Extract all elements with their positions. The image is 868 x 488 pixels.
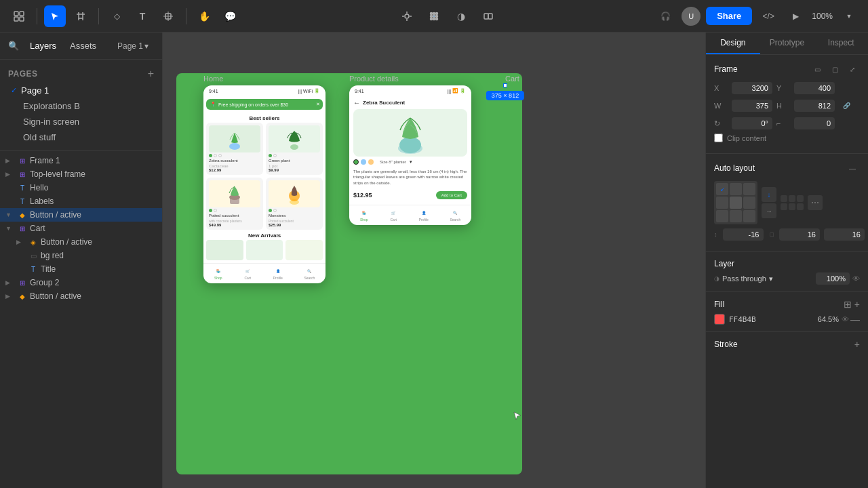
align-mc[interactable] bbox=[730, 197, 742, 209]
align-bc[interactable] bbox=[730, 210, 742, 222]
layer-button-active[interactable]: ▼ ◆ Button / active bbox=[0, 208, 162, 222]
page-item-explorations[interactable]: Explorations B bbox=[0, 98, 162, 114]
layer-bg-red[interactable]: ▭ bg red bbox=[11, 249, 162, 262]
lock-aspect-icon[interactable]: 🔗 bbox=[839, 98, 854, 113]
nav-shop[interactable]: 🏪 Shop bbox=[360, 209, 368, 222]
back-arrow-icon[interactable]: ← bbox=[353, 99, 360, 106]
corner-input[interactable] bbox=[794, 117, 835, 129]
fill-remove-icon[interactable]: — bbox=[850, 314, 860, 325]
rotation-input[interactable] bbox=[732, 117, 772, 129]
product-card-zebra[interactable]: Zebra succulent Cactaceae $12.99 bbox=[206, 123, 263, 175]
visibility-icon[interactable]: 👁 bbox=[852, 274, 860, 283]
layer-cart[interactable]: ▼ ⊞ Cart bbox=[0, 222, 162, 235]
align-br[interactable] bbox=[743, 210, 755, 222]
shape-tool-button[interactable]: ◇ bbox=[106, 5, 127, 27]
contrast-icon[interactable]: ◑ bbox=[450, 5, 472, 27]
nav-search[interactable]: 🔍 Search bbox=[304, 267, 315, 280]
color-orange[interactable] bbox=[368, 159, 374, 165]
wrap-3[interactable] bbox=[797, 195, 804, 202]
hand-tool-button[interactable]: ✋ bbox=[193, 5, 215, 27]
product-card-monstera[interactable]: Monstera Potted succulent $25.99 bbox=[266, 178, 323, 230]
mic-icon[interactable]: 🎧 bbox=[654, 5, 676, 27]
component-tool-button[interactable] bbox=[157, 5, 179, 27]
prototype-tab[interactable]: Prototype bbox=[760, 33, 814, 54]
align-ml[interactable] bbox=[716, 197, 728, 209]
blend-mode-selector[interactable]: ◑ Pass through ▾ bbox=[714, 274, 773, 283]
y-input[interactable] bbox=[794, 82, 835, 94]
product-card-potted[interactable]: Potted succulent with concrete planters … bbox=[206, 178, 263, 230]
h-input[interactable] bbox=[794, 100, 835, 112]
wrap-1[interactable] bbox=[781, 195, 787, 202]
nav-profile[interactable]: 👤 Profile bbox=[273, 267, 283, 280]
cursor-tool-button[interactable] bbox=[44, 5, 66, 27]
product-frame[interactable]: 9:41 ||| 📶 🔋 ← Zebra Succulent bbox=[349, 85, 471, 225]
x-input[interactable] bbox=[732, 82, 772, 94]
frame-icon-rect[interactable]: ▭ bbox=[810, 62, 825, 77]
gap-input[interactable] bbox=[723, 228, 764, 241]
layer-frame1[interactable]: ▶ ⊞ Frame 1 bbox=[0, 154, 162, 167]
page-item-page1[interactable]: ✓ Page 1 bbox=[0, 83, 162, 98]
search-icon[interactable]: 🔍 bbox=[8, 41, 19, 52]
inspect-tab[interactable]: Inspect bbox=[814, 33, 868, 54]
text-tool-button[interactable]: T bbox=[132, 5, 153, 27]
layer-title[interactable]: T Title bbox=[11, 262, 162, 276]
dir-right[interactable]: → bbox=[762, 203, 776, 218]
layer-button-active-bottom[interactable]: ▶ ◆ Button / active bbox=[0, 289, 162, 303]
align-tc[interactable] bbox=[730, 183, 742, 195]
frame-icon-expand[interactable]: ⤢ bbox=[845, 62, 860, 77]
fill-add-icon[interactable]: + bbox=[854, 299, 860, 310]
product-card-green[interactable]: Green plant 1 pot $9.99 bbox=[266, 123, 323, 175]
color-green[interactable] bbox=[353, 159, 359, 165]
more-options-icon[interactable]: ⋯ bbox=[808, 195, 823, 210]
handle-br[interactable] bbox=[503, 83, 507, 87]
layer-button-active-child[interactable]: ▶ ◈ Button / active bbox=[11, 235, 162, 249]
code-icon[interactable]: </> bbox=[757, 5, 779, 27]
banner-close-icon[interactable]: ✕ bbox=[316, 102, 320, 107]
align-mr[interactable] bbox=[743, 197, 755, 209]
share-button[interactable]: Share bbox=[706, 7, 752, 25]
page-item-oldstuff[interactable]: Old stuff bbox=[0, 129, 162, 145]
layer-hello[interactable]: T Hello bbox=[0, 181, 162, 195]
color-blue[interactable] bbox=[361, 159, 366, 165]
grid-snap-icon[interactable] bbox=[423, 5, 445, 27]
blend-tool-icon[interactable] bbox=[477, 5, 499, 27]
wrap-5[interactable] bbox=[789, 203, 795, 210]
layer-toplevel[interactable]: ▶ ⊞ Top-level frame bbox=[0, 167, 162, 181]
add-page-button[interactable]: + bbox=[148, 68, 154, 80]
home-frame[interactable]: 9:41 ||| WiFi 🔋 📍 Free shipping on order… bbox=[203, 85, 326, 283]
fill-color-swatch[interactable] bbox=[714, 314, 725, 325]
clip-content-checkbox[interactable] bbox=[714, 134, 723, 142]
align-tl[interactable]: ↙ bbox=[716, 183, 728, 195]
page-selector[interactable]: Page 1 ▾ bbox=[112, 39, 154, 54]
nav-search[interactable]: 🔍 Search bbox=[450, 209, 460, 222]
add-to-cart-button[interactable]: Add to Cart bbox=[436, 191, 467, 199]
play-button[interactable]: ▶ bbox=[785, 5, 806, 27]
stroke-add-icon[interactable]: + bbox=[854, 339, 860, 350]
auto-layout-minus-icon[interactable]: — bbox=[845, 161, 860, 176]
padding-input[interactable] bbox=[779, 228, 820, 241]
wrap-2[interactable] bbox=[789, 195, 795, 202]
canvas[interactable]: Home 9:41 ||| WiFi 🔋 📍 Free shipping on … bbox=[163, 33, 705, 488]
nav-shop[interactable]: 🏪 Shop bbox=[214, 267, 222, 280]
user-avatar[interactable]: U bbox=[682, 7, 701, 26]
nav-profile[interactable]: 👤 Profile bbox=[419, 209, 429, 222]
layers-tab[interactable]: Layers bbox=[24, 38, 62, 54]
comment-tool-button[interactable]: 💬 bbox=[219, 5, 241, 27]
frame-icon-square[interactable]: ▢ bbox=[827, 62, 842, 77]
frame-tool-button[interactable] bbox=[70, 5, 92, 27]
snap-icon[interactable] bbox=[396, 5, 418, 27]
grid-tool-button[interactable] bbox=[8, 5, 30, 27]
wrap-4[interactable] bbox=[781, 203, 787, 210]
assets-tab[interactable]: Assets bbox=[64, 38, 102, 54]
layer-labels[interactable]: T Labels bbox=[0, 195, 162, 208]
fill-grid-icon[interactable]: ⊞ bbox=[844, 299, 852, 310]
align-bl[interactable] bbox=[716, 210, 728, 222]
opacity-input[interactable] bbox=[816, 272, 850, 285]
page-item-signin[interactable]: Sign-in screen bbox=[0, 114, 162, 129]
w-input[interactable] bbox=[732, 100, 772, 112]
design-tab[interactable]: Design bbox=[706, 33, 760, 54]
size-dropdown-icon[interactable]: ▾ bbox=[410, 159, 412, 165]
nav-cart[interactable]: 🛒 Cart bbox=[389, 209, 397, 222]
fill-visibility-icon[interactable]: 👁 bbox=[842, 315, 849, 323]
align-tr[interactable] bbox=[743, 183, 755, 195]
